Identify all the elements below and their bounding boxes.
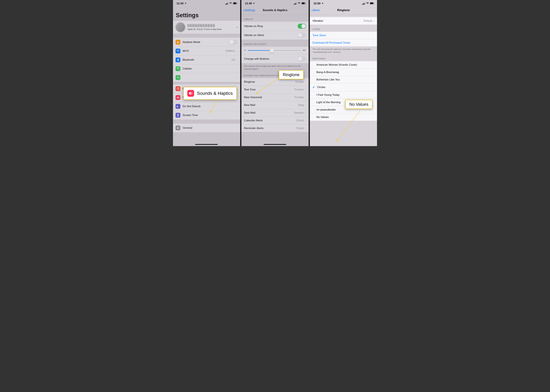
ringtone-label: Circles [317,86,374,89]
apple-id-row[interactable]: Apple ID, iCloud, iTunes & App Store › [173,21,240,34]
location-icon [253,2,255,5]
home-indicator[interactable] [195,144,218,145]
status-bar: 12:49 [241,0,309,7]
sounds-icon [176,95,180,100]
svg-point-4 [178,88,179,89]
row-value: Tri-tone [294,96,304,99]
dnd-icon [176,104,180,109]
battery-icon [370,2,374,5]
ringtone-row[interactable]: ✓Circles [310,83,377,91]
cellular-signal-icon [294,2,297,5]
settings-row-dnd[interactable]: Do Not Disturb› [173,102,240,111]
section-store: STORE [310,25,377,32]
ringtone-label: I Feel Young Today [313,93,374,97]
chevron-right-icon: › [305,111,306,115]
volume-slider[interactable] [248,50,301,51]
section-ringer: RINGER AND ALERTS [241,40,309,47]
airplane-toggle[interactable] [229,40,237,45]
settings-row-bluetooth[interactable]: BluetoothOn› [173,56,240,64]
settings-row-wifi[interactable]: Wi-FiORBI11› [173,47,240,56]
wifi-icon [229,2,232,5]
settings-row-hotspot[interactable]: › [173,73,240,82]
settings-row-airplane[interactable]: Airplane Mode [173,38,240,47]
row-label: Bluetooth [183,58,232,62]
pattern-row[interactable]: Sent MailSwoosh› [241,109,309,117]
ringtone-row[interactable]: No Values [310,113,377,121]
row-value: On [231,58,235,62]
section-vibrate: VIBRATE [241,15,309,22]
home-indicator[interactable] [264,144,286,145]
pattern-row[interactable]: Reminder AlertsChord› [241,124,309,132]
notifications-icon [176,86,180,91]
row-label: Screen Time [183,114,236,117]
ringtone-row[interactable]: I Feel Young Today [310,91,377,99]
settings-row-general[interactable]: General› [173,124,240,133]
callout-sounds-haptics: Sounds & Haptics [183,87,237,100]
svg-point-5 [178,127,179,128]
chevron-right-icon: › [305,95,306,99]
vibration-row[interactable]: Vibration Default › [310,17,377,25]
chevron-right-icon: › [305,119,306,122]
battery-icon [233,2,237,5]
vibrate-ring-toggle[interactable] [298,24,306,29]
row-label: Calendar Alerts [244,119,296,122]
row-label: Do Not Disturb [183,105,236,108]
chevron-right-icon: › [305,103,306,107]
vibrate-silent-toggle[interactable] [298,33,306,38]
status-bar: 12:49 [173,0,240,7]
pattern-row[interactable]: Text ToneTri-tone› [241,86,309,93]
settings-row-cellular[interactable]: Cellular› [173,64,240,73]
back-button[interactable]: ‹ Settings [243,8,255,13]
callout-no-values: No Values [345,100,372,109]
chevron-right-icon: › [236,67,237,71]
row-label: Sent Mail [244,111,294,114]
pattern-row[interactable]: New VoicemailTri-tone› [241,93,309,101]
chevron-right-icon: › [305,126,306,130]
checkmark-icon: ✓ [313,85,317,89]
ringtone-row[interactable]: American Woman (Kravitz Cover) [310,61,377,69]
wifi-icon [176,49,180,53]
speaker-low-icon [244,49,246,52]
cellular-signal-icon [225,2,228,5]
sounds-haptics-screen: 12:49 ‹ Settings Sounds & Haptics VIBRAT… [241,0,310,146]
change-buttons-toggle[interactable] [298,56,306,61]
row-label: Ringtone [244,80,295,84]
chevron-right-icon: › [236,58,237,62]
download-tones-row[interactable]: Download All Purchased Tones [310,39,377,47]
chevron-left-icon: ‹ [243,8,244,13]
row-label: Text Tone [244,88,294,91]
pattern-row[interactable]: New MailDing› [241,101,309,109]
back-button[interactable]: ‹ Back [312,8,320,13]
chevron-right-icon: › [236,76,237,79]
hotspot-icon [176,75,180,80]
settings-row-screentime[interactable]: Screen Time› [173,111,240,120]
cellular-signal-icon [362,2,365,5]
vibrate-on-silent-row[interactable]: Vibrate on Silent [241,31,309,40]
status-time: 12:49 [245,2,252,5]
nav-bar: ‹ Settings Sounds & Haptics [241,7,309,15]
row-label: Wi-Fi [183,49,225,53]
svg-rect-2 [237,3,237,4]
svg-rect-8 [305,3,306,4]
ringtone-row[interactable]: Bang-A-Boomerag [310,69,377,76]
ringtone-screen: 12:50 ‹ Back Ringtone Vibration Default … [310,0,377,146]
bluetooth-icon [176,57,180,62]
row-label: Cellular [183,67,236,70]
tone-store-row[interactable]: Tone Store [310,32,377,39]
callout-ringtone: Ringtone [279,70,304,79]
profile-subtitle: Apple ID, iCloud, iTunes & App Store [187,28,237,30]
vibrate-on-ring-row[interactable]: Vibrate on Ring [241,22,309,31]
change-with-buttons-row[interactable]: Change with Buttons [241,54,309,63]
profile-name-redacted [187,24,215,27]
pattern-row[interactable]: Calendar AlertsChord› [241,117,309,124]
nav-title: Ringtone [337,8,350,12]
row-value: Tri-tone [294,88,304,91]
battery-icon [301,2,306,5]
row-label: Airplane Mode [183,41,229,44]
ringtone-row[interactable]: Bohemian Like You [310,76,377,83]
ringtone-label: American Woman (Kravitz Cover) [313,63,374,66]
chevron-right-icon: › [236,126,237,130]
cellular-icon [176,66,180,71]
section-ringtones: RINGTONES [310,54,377,61]
svg-rect-7 [302,3,305,4]
